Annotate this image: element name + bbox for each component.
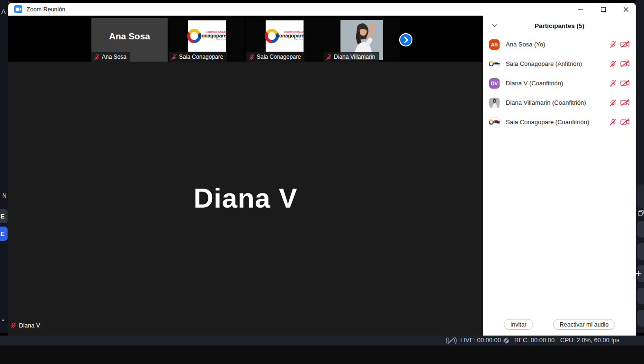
obs-partial-label: N [2,192,7,199]
chevron-down-icon[interactable] [492,24,497,27]
self-view-label: Diana V [8,320,45,330]
mic-muted-icon [94,54,100,60]
video-tile-sala-conagopare-2[interactable]: GOBIERNOS RURALES conagopare Nacional [246,18,322,62]
maximize-button[interactable] [599,5,608,14]
active-speaker-name: Diana V [8,182,483,214]
obs-side-button[interactable] [637,243,644,260]
minimize-button[interactable] [576,5,585,14]
stream-inactive-icon [446,337,457,344]
chevron-right-icon [401,35,411,45]
obs-status-bar: LIVE: 00:00:00 REC: 00:00:00 CPU: 2.0%, … [0,336,644,346]
participants-header: Participantes (5) [483,16,636,29]
cpu-stats: CPU: 2.0%, 60.00 fps [560,337,619,344]
participant-row[interactable]: Sala Conagopare (Anfitrión) [483,54,636,73]
mic-muted-icon [249,54,255,60]
participant-row[interactable]: DV Diana V (Coanfitrión) [483,73,636,93]
participants-title: Participantes (5) [535,22,584,29]
desktop: { "window": { "title": "Zoom Reunión" },… [0,0,644,364]
live-timer: LIVE: 00:00:00 [460,337,501,344]
mic-muted-icon [609,118,617,126]
video-tile-ana-sosa[interactable]: Ana Sosa Ana Sosa [91,18,168,62]
video-tile-diana-villamarin[interactable]: Diana Villamarin [323,18,400,62]
tile-name-label: Sala Conagopare [246,52,304,62]
obs-side-button[interactable] [637,221,644,237]
tile-name-label: Diana Villamarin [323,52,379,62]
obs-partial-label: A [1,8,6,15]
video-off-icon [620,60,630,67]
invite-button[interactable]: Invitar [504,319,533,330]
avatar: DV [489,78,500,89]
obs-side-button[interactable] [637,265,644,282]
title-bar: Zoom Reunión [8,3,636,16]
participant-row[interactable]: Diana Villamarin (Coanfitrión) [483,93,636,112]
restore-window-icon[interactable] [638,210,644,216]
avatar-conagopare [489,117,500,127]
mic-muted-icon [609,60,617,68]
tile-name-label: Ana Sosa [91,52,130,62]
obs-side-button[interactable] [637,288,644,304]
obs-right-dock [636,0,644,333]
mic-muted-icon [326,54,332,60]
record-inactive-icon [503,337,510,344]
video-off-icon [620,118,630,126]
windows-taskbar: W X [0,346,644,364]
video-off-icon [620,41,630,48]
video-stage: Ana Sosa Ana Sosa [8,16,483,336]
avatar-conagopare [489,59,500,69]
conagopare-logo: GOBIERNOS RURALES conagopare Nacional [266,20,304,52]
mic-muted-icon [10,322,17,328]
close-button[interactable] [622,5,630,14]
zoom-meeting-window: Zoom Reunión Ana Sosa [8,3,636,336]
participant-row[interactable]: AS Ana Sosa (Yo) [483,35,636,54]
avatar-photo [489,98,500,108]
tile-name-label: Sala Conagopare [169,52,227,62]
obs-side-button[interactable] [637,310,644,327]
obs-dot [2,319,4,321]
participants-list: AS Ana Sosa (Yo) [483,35,636,132]
conagopare-logo-avatar [489,119,500,125]
obs-partial-button-blue[interactable]: E [0,227,8,241]
obs-partial-button[interactable]: E [0,209,8,223]
video-off-icon [620,99,630,106]
unmute-audio-button[interactable]: Reactivar mi audio [553,319,616,330]
mic-muted-icon [609,80,617,87]
conagopare-logo-avatar [489,61,500,66]
mic-muted-icon [171,54,177,60]
conagopare-logo: GOBIERNOS RURALES conagopare Nacional [188,20,226,52]
zoom-app-icon [14,5,22,13]
video-tile-sala-conagopare[interactable]: GOBIERNOS RURALES conagopare Nacional [169,18,245,62]
participants-panel: Participantes (5) AS Ana Sosa (Yo) [483,16,636,336]
rec-timer: REC: 00:00:00 [514,337,555,344]
next-gallery-page-button[interactable] [399,33,412,46]
participant-row[interactable]: Sala Conagopare (Coanfitrión) [483,112,636,132]
video-off-icon [620,80,630,87]
mic-muted-icon [609,99,617,107]
mic-muted-icon [609,41,617,48]
avatar: AS [489,39,500,50]
obs-left-dock: A N E E [0,0,8,333]
obs-side-button[interactable] [637,184,644,208]
window-title: Zoom Reunión [27,6,65,13]
